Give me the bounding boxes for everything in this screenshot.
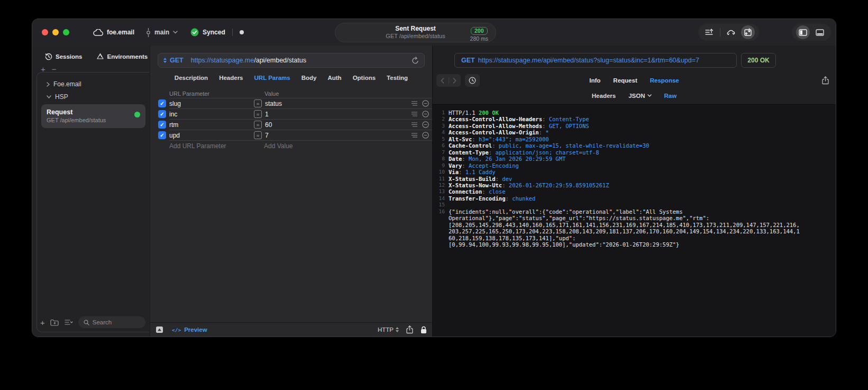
drag-handle-icon[interactable] [412,133,417,138]
lock-icon[interactable] [421,326,427,334]
value-type-icon[interactable]: = [254,121,262,129]
tab-headers[interactable]: Headers [219,75,243,81]
sidebar: Sessions Environments + − [32,46,150,337]
branch-name[interactable]: main [154,29,169,36]
response-body[interactable]: 1HTTP/1.1 200 OK2Access-Control-Allow-He… [433,104,836,337]
minimize-window-button[interactable] [52,29,59,35]
add-param-name-placeholder[interactable]: Add URL Parameter [169,142,254,150]
import-export-icon[interactable] [741,25,755,39]
request-url-field[interactable]: GET https://statuspage.me/api/embed/stat… [158,53,425,68]
zoom-window-button[interactable] [63,29,69,35]
preview-button[interactable]: </> Preview [172,326,207,333]
remove-param-icon[interactable] [422,121,429,128]
line-number: 3 [436,123,445,129]
back-icon[interactable] [441,78,444,84]
expand-editor-icon[interactable] [156,326,163,333]
tab-body[interactable]: Body [301,75,317,81]
toggle-sidebar-icon[interactable] [796,25,810,39]
tab-url-params[interactable]: URL Params [254,75,290,81]
request-status-pill[interactable]: Sent Request GET /api/embed/status 200 2… [335,23,496,42]
request-duration: 280 ms [470,35,488,42]
export-response-icon[interactable] [822,76,829,85]
response-subtab-raw[interactable]: Raw [664,93,677,99]
response-url-box[interactable]: GET https://statuspage.me/api/embed/stat… [454,53,737,68]
param-value[interactable]: 1 [265,111,412,118]
response-line-header: 14Transfer-Encoding: chunked [436,195,832,202]
response-subtab-headers[interactable]: Headers [592,93,616,99]
flow-chain-icon[interactable] [723,25,739,39]
param-checkbox[interactable]: ✓ [158,131,166,139]
param-checkbox[interactable]: ✓ [158,121,166,129]
param-add-row[interactable]: Add URL Parameter Add Value [150,140,432,151]
protocol-selector[interactable]: HTTP [378,326,399,333]
param-name[interactable]: inc [169,111,254,118]
remove-param-icon[interactable] [422,100,429,107]
drag-handle-icon[interactable] [412,122,417,127]
tab-sessions[interactable]: Sessions [45,53,83,60]
remove-param-icon[interactable] [422,132,429,139]
search-input[interactable]: Search [78,316,145,328]
recording-dot[interactable] [240,30,244,34]
value-type-icon[interactable]: = [254,99,262,107]
request-method[interactable]: GET [170,57,184,64]
param-checkbox[interactable]: ✓ [158,99,166,107]
protocol-label: HTTP [378,326,394,333]
new-request-button[interactable]: + [40,318,45,327]
request-item-title: Request [47,108,140,116]
tree-item-hsp[interactable]: HSP [37,90,150,103]
request-history-button[interactable] [465,74,480,87]
resend-request-icon[interactable] [412,57,419,65]
tab-testing[interactable]: Testing [387,75,408,81]
param-name[interactable]: upd [169,132,254,139]
view-options-icon[interactable] [65,319,73,325]
tab-environments[interactable]: Environments [96,53,148,60]
param-name[interactable]: slug [169,100,254,107]
protocol-stepper-icon [396,327,399,332]
tree-item-foe-email[interactable]: Foe.email [37,78,150,90]
add-item-button[interactable]: + [41,65,45,74]
drag-handle-icon[interactable] [412,112,417,116]
forward-icon[interactable] [453,78,456,84]
chevron-right-icon[interactable] [47,82,50,87]
tab-options[interactable]: Options [353,75,376,81]
response-subtabs: HeadersJSONRaw [433,89,836,102]
response-tab-request[interactable]: Request [613,77,637,84]
toolbar-separator [720,28,720,37]
response-tabs: InfoRequestResponse [433,77,836,84]
param-name[interactable]: rtm [169,121,254,129]
response-method: GET [461,57,475,64]
share-icon[interactable] [406,325,413,334]
preview-label: Preview [184,326,207,333]
code-icon: </> [172,327,181,333]
project-name[interactable]: foe.email [107,29,134,36]
param-checkbox[interactable]: ✓ [158,110,166,118]
new-folder-icon[interactable] [50,319,59,326]
response-tab-response[interactable]: Response [650,77,679,84]
param-value[interactable]: 60 [265,121,412,129]
remove-param-icon[interactable] [422,111,429,117]
tab-auth[interactable]: Auth [327,75,341,81]
method-selector-icon[interactable] [163,58,167,63]
tab-description[interactable]: Description [175,75,208,81]
param-value[interactable]: 7 [265,132,412,139]
sort-export-icon[interactable] [701,25,717,39]
value-type-icon[interactable]: = [254,110,262,118]
response-line-header: 7Content-Type: application/json; charset… [436,149,832,156]
response-subtab-json[interactable]: JSON [628,93,651,99]
value-type-icon[interactable]: = [254,131,262,139]
response-tab-info[interactable]: Info [589,77,600,84]
request-url-host[interactable]: https://statuspage.me [191,57,254,64]
response-status-box: 200 OK [741,53,776,68]
toggle-bottom-panel-icon[interactable] [812,25,828,39]
chevron-down-icon[interactable] [173,31,178,34]
drag-handle-icon[interactable] [412,101,417,106]
param-value[interactable]: status [265,100,412,107]
response-url: https://statuspage.me/api/embed/status?s… [478,57,699,64]
line-number [436,228,445,234]
chevron-down-icon[interactable] [47,95,51,98]
close-window-button[interactable] [42,29,48,35]
remove-item-button[interactable]: − [52,65,57,74]
request-url-path[interactable]: /api/embed/status [254,57,306,64]
sidebar-request-item[interactable]: Request GET /api/embed/status [41,104,145,128]
add-param-value-placeholder[interactable]: Add Value [264,142,429,150]
